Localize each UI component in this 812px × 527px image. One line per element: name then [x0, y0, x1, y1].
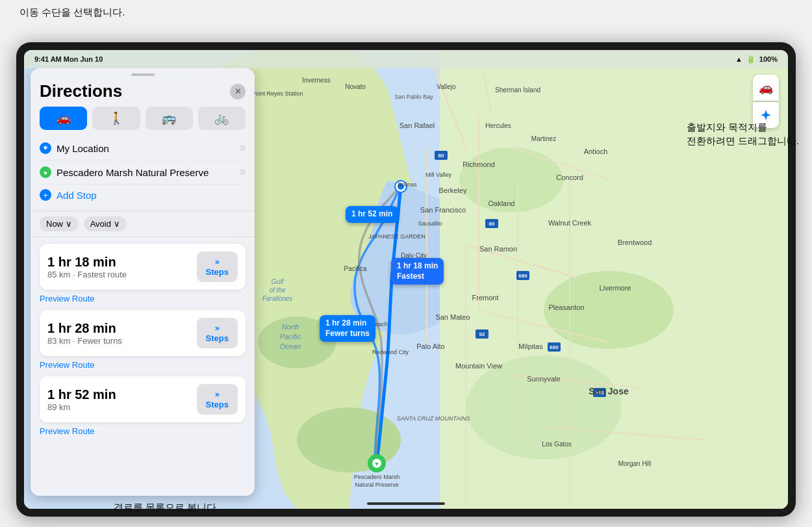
svg-text:Richmond: Richmond	[463, 161, 495, 168]
routes-list: 1 hr 18 min 85 km · Fastest route » Step…	[31, 237, 255, 441]
svg-text:Ocean: Ocean	[280, 342, 301, 350]
route-1-preview[interactable]: Preview Route	[40, 294, 246, 303]
svg-text:Natural Preserve: Natural Preserve	[355, 482, 399, 488]
annotation-preview-route: 경로를 목록으로 봅니다.	[114, 500, 220, 514]
route-3-detail: 89 km	[47, 402, 197, 412]
status-bar: 9:41 AM Mon Jun 10 ▲ 🔋 100%	[24, 50, 788, 68]
origin-text: My Location	[57, 143, 235, 154]
location-fields: My Location ≡ ● Pescadero Marsh Natural …	[31, 136, 255, 211]
svg-text:San Pablo Bay: San Pablo Bay	[394, 94, 433, 100]
route-item-3[interactable]: 1 hr 52 min 89 km » Steps	[40, 376, 246, 422]
bike-mode-button[interactable]: 🚲	[198, 107, 246, 130]
directions-panel: Directions ✕ 🚗 🚶 🚌 🚲	[31, 68, 255, 496]
add-stop-icon: +	[40, 189, 51, 201]
svg-text:Redwood City: Redwood City	[372, 349, 409, 355]
svg-text:Pacifica: Pacifica	[344, 265, 366, 272]
svg-text:Mill Valley: Mill Valley	[425, 172, 451, 178]
svg-text:Los Gatos: Los Gatos	[542, 441, 572, 448]
svg-point-84	[44, 147, 47, 149]
svg-text:Fremont: Fremont	[472, 294, 499, 302]
svg-text:Walnut Creek: Walnut Creek	[548, 219, 592, 227]
svg-text:Milpitas: Milpitas	[518, 342, 543, 350]
svg-text:Sausalito: Sausalito	[418, 220, 442, 227]
filter-row: Now ∨ Avoid ∨	[31, 211, 255, 237]
walk-mode-button[interactable]: 🚶	[92, 107, 140, 130]
svg-text:Morgan Hill: Morgan Hill	[618, 460, 652, 467]
steps-2-chevron: »	[215, 323, 220, 333]
svg-text:San Ramon: San Ramon	[479, 245, 517, 253]
steps-2-label: Steps	[206, 333, 229, 343]
destination-row[interactable]: ● Pescadero Marsh Natural Preserve ≡	[40, 161, 246, 185]
route-1-time: 1 hr 18 min	[47, 255, 197, 270]
ipad-frame: 9:41 AM Mon Jun 10 ▲ 🔋 100%	[16, 42, 796, 517]
svg-text:San Mateo: San Mateo	[435, 313, 470, 321]
svg-text:Inverness: Inverness	[302, 77, 330, 84]
svg-text:San Jose: San Jose	[589, 386, 629, 396]
destination-icon: ●	[40, 166, 51, 178]
now-filter-label: Now ∨	[46, 219, 72, 229]
home-indicator	[367, 502, 445, 505]
route-2-time: 1 hr 28 min	[47, 321, 197, 336]
steps-1-label: Steps	[206, 267, 229, 277]
svg-text:Bolinas: Bolinas	[398, 181, 417, 188]
add-stop-row[interactable]: + Add Stop	[40, 185, 246, 205]
transport-mode-selector: 🚗 🚶 🚌 🚲	[31, 107, 255, 136]
svg-text:Brentwood: Brentwood	[618, 238, 652, 246]
route-callout-third: 1 hr 52 min	[346, 206, 398, 223]
avoid-filter-button[interactable]: Avoid ∨	[84, 216, 127, 231]
steps-3-chevron: »	[215, 389, 220, 399]
status-time: 9:41 AM Mon Jun 10	[34, 55, 103, 63]
route-1-detail: 85 km · Fastest route	[47, 270, 197, 279]
car-mode-button[interactable]: 🚗	[40, 107, 87, 130]
route-1-steps-button[interactable]: » Steps	[197, 251, 238, 282]
route-3-time: 1 hr 52 min	[47, 387, 197, 402]
svg-text:Farallones: Farallones	[262, 295, 293, 302]
origin-drag-handle[interactable]: ≡	[240, 142, 246, 154]
route-callout-fastest: 1 hr 18 min Fastest	[391, 258, 444, 285]
route-3-steps-button[interactable]: » Steps	[197, 384, 238, 415]
svg-text:SANTA CRUZ MOUNTAINS: SANTA CRUZ MOUNTAINS	[397, 415, 470, 422]
route-2-detail: 83 km · Fewer turns	[47, 336, 197, 346]
svg-text:Novato: Novato	[345, 83, 366, 90]
svg-text:Sunnyvale: Sunnyvale	[527, 375, 560, 383]
route-2-preview[interactable]: Preview Route	[40, 360, 246, 370]
route-1-info: 1 hr 18 min 85 km · Fastest route	[47, 255, 197, 279]
svg-text:680: 680	[518, 273, 527, 279]
add-stop-label: Add Stop	[57, 190, 97, 201]
svg-text:Sherman Island: Sherman Island	[495, 86, 540, 94]
svg-text:▼: ▼	[374, 461, 380, 467]
route-item-2[interactable]: 1 hr 28 min 83 km · Fewer turns » Steps	[40, 310, 246, 356]
svg-text:San Rafael: San Rafael	[400, 122, 435, 129]
svg-text:Gulf: Gulf	[272, 278, 285, 285]
svg-text:Pacific: Pacific	[280, 333, 301, 341]
route-3-preview[interactable]: Preview Route	[40, 426, 246, 436]
svg-text:80: 80	[489, 221, 495, 227]
origin-icon	[40, 142, 51, 154]
now-filter-button[interactable]: Now ∨	[40, 216, 79, 231]
close-button[interactable]: ✕	[230, 84, 246, 99]
route-2-steps-button[interactable]: » Steps	[197, 318, 238, 348]
annotation-transport-modes: 이동 수단을 선택합니다.	[19, 5, 125, 19]
ipad-screen: 9:41 AM Mon Jun 10 ▲ 🔋 100%	[24, 50, 788, 509]
route-3-info: 1 hr 52 min 89 km	[47, 387, 197, 412]
svg-text:80: 80	[438, 153, 444, 159]
svg-text:92: 92	[479, 331, 485, 337]
car-view-button[interactable]: 🚗	[753, 75, 779, 101]
annotation-drag-swap: 출발지와 목적지를 전환하려면 드래그합니다.	[687, 120, 799, 148]
svg-text:Point Reyes Station: Point Reyes Station	[251, 90, 303, 97]
steps-1-chevron: »	[215, 257, 220, 266]
svg-text:680: 680	[550, 344, 559, 350]
svg-text:Concord: Concord	[556, 174, 583, 181]
svg-text:Livermore: Livermore	[600, 284, 631, 292]
panel-title: Directions	[40, 81, 122, 101]
svg-text:Vallejo: Vallejo	[437, 83, 456, 90]
svg-text:Pleasanton: Pleasanton	[548, 303, 584, 311]
origin-row[interactable]: My Location ≡	[40, 136, 246, 161]
destination-drag-handle[interactable]: ≡	[240, 166, 246, 178]
svg-text:Martinez: Martinez	[531, 135, 556, 142]
transit-mode-button[interactable]: 🚌	[146, 107, 193, 130]
svg-text:Mountain View: Mountain View	[455, 362, 502, 370]
svg-text:Pescadero Marsh: Pescadero Marsh	[354, 474, 400, 480]
svg-text:Palo Alto: Palo Alto	[416, 342, 444, 350]
route-item-1[interactable]: 1 hr 18 min 85 km · Fastest route » Step…	[40, 244, 246, 290]
